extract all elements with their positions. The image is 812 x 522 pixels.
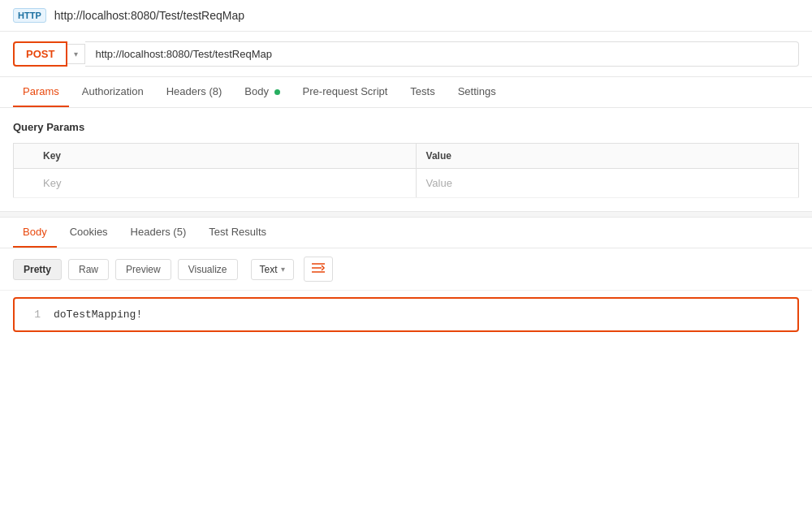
response-tab-test-results[interactable]: Test Results xyxy=(199,218,276,248)
response-tab-headers[interactable]: Headers (5) xyxy=(121,218,197,248)
method-button[interactable]: POST xyxy=(13,41,67,67)
format-raw-button[interactable]: Raw xyxy=(68,259,109,280)
code-line-1: 1 doTestMapping! xyxy=(28,308,784,321)
tab-params[interactable]: Params xyxy=(13,77,69,107)
text-format-label: Text xyxy=(260,264,278,275)
key-cell[interactable]: Key xyxy=(33,169,416,198)
row-checkbox-cell xyxy=(14,169,34,198)
query-params-section: Query Params Key Value Key Value xyxy=(0,108,812,211)
line-number: 1 xyxy=(28,308,41,321)
col-key-header: Key xyxy=(33,144,416,169)
response-tabs: Body Cookies Headers (5) Test Results xyxy=(0,218,812,248)
tab-body[interactable]: Body xyxy=(235,77,289,107)
url-input[interactable] xyxy=(85,41,799,67)
tab-pre-request-script[interactable]: Pre-request Script xyxy=(293,77,398,107)
format-pretty-button[interactable]: Pretty xyxy=(13,259,62,280)
wrap-icon xyxy=(311,261,326,277)
tab-settings[interactable]: Settings xyxy=(448,77,506,107)
request-tabs: Params Authorization Headers (8) Body Pr… xyxy=(0,77,812,108)
tab-authorization[interactable]: Authorization xyxy=(72,77,153,107)
format-bar: Pretty Raw Preview Visualize Text ▾ xyxy=(0,248,812,291)
http-badge: HTTP xyxy=(13,8,46,23)
text-format-select[interactable]: Text ▾ xyxy=(251,259,294,280)
value-cell[interactable]: Value xyxy=(416,169,798,198)
col-checkbox-header xyxy=(14,144,34,169)
params-table: Key Value Key Value xyxy=(13,143,799,198)
method-chevron-icon[interactable]: ▾ xyxy=(67,44,85,64)
text-format-chevron-icon: ▾ xyxy=(281,265,285,274)
body-dot-indicator xyxy=(274,89,280,95)
response-tab-body[interactable]: Body xyxy=(13,218,57,248)
request-bar: POST ▾ xyxy=(0,32,812,77)
title-url: http://localhost:8080/Test/testReqMap xyxy=(54,9,244,22)
title-bar: HTTP http://localhost:8080/Test/testReqM… xyxy=(0,0,812,32)
format-preview-button[interactable]: Preview xyxy=(115,259,171,280)
table-row: Key Value xyxy=(14,169,799,198)
tab-tests[interactable]: Tests xyxy=(400,77,444,107)
wrap-button[interactable] xyxy=(304,257,333,282)
code-area: 1 doTestMapping! xyxy=(13,297,799,332)
line-content: doTestMapping! xyxy=(54,308,142,321)
response-tab-cookies[interactable]: Cookies xyxy=(60,218,118,248)
col-value-header: Value xyxy=(416,144,798,169)
query-params-title: Query Params xyxy=(13,121,799,133)
format-visualize-button[interactable]: Visualize xyxy=(178,259,238,280)
section-divider xyxy=(0,211,812,218)
tab-headers[interactable]: Headers (8) xyxy=(157,77,232,107)
response-section: Body Cookies Headers (5) Test Results Pr… xyxy=(0,218,812,332)
